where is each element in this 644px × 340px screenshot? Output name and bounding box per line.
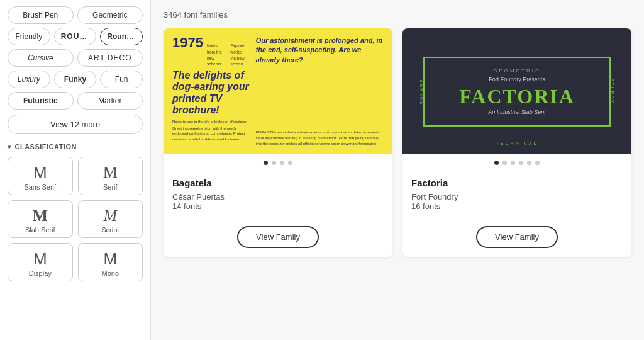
factoria-fonts: 16 fonts — [411, 201, 623, 211]
classif-sans-serif[interactable]: M Sans Serif — [8, 157, 73, 195]
bagatela-info: Bagatela César Puertas 14 fonts — [164, 171, 392, 220]
bagatela-quote: Our astonishment is prolonged and, in th… — [256, 36, 384, 65]
factoria-preview: SQUARE GEOMETRIC Fort Foundry Presents F… — [402, 28, 631, 154]
font-cards-container: 1975 Notes from the new schema Explore w… — [164, 28, 631, 257]
bagatela-explore2: via new screen — [231, 55, 251, 68]
serif-label: Serif — [103, 183, 118, 191]
sidebar: Brush Pen Geometric Friendly ROUGH Round… — [0, 0, 151, 340]
bagatela-small1-label: News to use in the old cubicles of offic… — [172, 119, 251, 124]
factoria-subtitle: An Industrial Slab Serif — [437, 109, 597, 115]
dot-3 — [280, 161, 284, 165]
factoria-dot-6 — [535, 161, 540, 165]
factoria-preview-content: SQUARE GEOMETRIC Fort Foundry Presents F… — [402, 28, 631, 154]
factoria-footer: View Family — [402, 220, 631, 257]
factoria-bottom: TECHNICAL — [496, 141, 538, 145]
result-count: 3464 font families — [164, 10, 631, 20]
classification-grid: M Sans Serif M Serif M Slab Serif M Scri… — [8, 157, 143, 281]
dot-4 — [288, 161, 292, 165]
view-more-button[interactable]: View 12 more — [8, 115, 143, 134]
tag-marker[interactable]: Marker — [77, 92, 143, 110]
mono-label: Mono — [101, 269, 119, 277]
factoria-view-family-button[interactable]: View Family — [476, 226, 558, 248]
bagatela-body: ENGAGING with infinite advancements to s… — [256, 130, 384, 147]
factoria-dot-2 — [502, 161, 507, 165]
font-card-factoria: SQUARE GEOMETRIC Fort Foundry Presents F… — [402, 28, 631, 257]
tag-rough[interactable]: ROUGH — [54, 28, 97, 45]
tag-friendly[interactable]: Friendly — [8, 28, 50, 45]
classification-header: ▾ CLASSIFICATION — [8, 143, 143, 150]
bagatela-footer: View Family — [164, 220, 392, 257]
factoria-dot-4 — [519, 161, 523, 165]
mono-letter: M — [103, 250, 117, 268]
bagatela-dots — [164, 154, 392, 171]
bagatela-small1: News to use in the old cubicles of offic… — [172, 119, 251, 142]
bagatela-fonts: 14 fonts — [172, 201, 384, 211]
script-letter: M — [103, 207, 117, 225]
script-label: Script — [101, 226, 119, 234]
factoria-dot-3 — [511, 161, 515, 165]
tag-fun[interactable]: Fun — [100, 71, 143, 88]
factoria-dot-1 — [494, 161, 499, 165]
classif-display[interactable]: M Display — [8, 243, 73, 281]
tag-brush-pen[interactable]: Brush Pen — [8, 6, 74, 24]
tag-row-2: Friendly ROUGH Rounded — [8, 28, 143, 45]
bagatela-small2: Greet incomprehension with the newly end… — [172, 126, 251, 142]
bagatela-explore1: Explore worlds — [231, 43, 251, 55]
factoria-side-right: STURDY — [610, 79, 614, 105]
factoria-title: Factoria — [411, 178, 623, 188]
slab-serif-letter: M — [32, 207, 48, 225]
factoria-inner-box: GEOMETRIC Fort Foundry Presents FACTORIA… — [423, 57, 611, 127]
tag-row-3: Cursive ART DECO — [8, 49, 143, 67]
display-letter: M — [33, 250, 47, 268]
factoria-info: Factoria Fort Foundry 16 fonts — [402, 171, 631, 220]
bagatela-year: 1975 — [172, 36, 203, 50]
classif-script[interactable]: M Script — [78, 200, 143, 239]
font-card-bagatela: 1975 Notes from the new schema Explore w… — [164, 28, 392, 257]
tag-row-5: Futuristic Marker — [8, 92, 143, 110]
serif-letter: M — [103, 164, 118, 182]
classif-mono[interactable]: M Mono — [78, 243, 143, 281]
classification-label: CLASSIFICATION — [15, 143, 77, 150]
bagatela-headline: The delights of dog-earing your printed … — [172, 70, 251, 116]
tag-cursive[interactable]: Cursive — [8, 49, 74, 67]
sans-serif-label: Sans Serif — [24, 183, 56, 191]
bagatela-title: Bagatela — [172, 178, 384, 188]
factoria-name: FACTORIA — [437, 86, 597, 106]
factoria-author: Fort Foundry — [411, 192, 623, 201]
dot-1 — [264, 161, 268, 165]
slab-serif-label: Slab Serif — [25, 226, 55, 234]
bagatela-author: César Puertas — [172, 192, 384, 201]
bagatela-notes2: new schema — [207, 55, 227, 68]
bagatela-notes1: Notes from the — [207, 43, 227, 55]
tag-row-4: Luxury Funky Fun — [8, 71, 143, 88]
factoria-dots — [402, 154, 631, 171]
classif-slab-serif[interactable]: M Slab Serif — [8, 200, 73, 239]
tag-art-deco[interactable]: ART DECO — [77, 49, 143, 67]
sans-serif-letter: M — [33, 164, 47, 182]
factoria-geometric: GEOMETRIC — [437, 68, 597, 74]
factoria-side-left: SQUARE — [419, 78, 424, 105]
tag-funky[interactable]: Funky — [54, 71, 97, 88]
bagatela-preview-content: 1975 Notes from the new schema Explore w… — [164, 28, 392, 154]
main-content: 3464 font families 1975 Notes from the n… — [151, 0, 644, 340]
bagatela-left-col: 1975 Notes from the new schema Explore w… — [172, 36, 251, 147]
tag-luxury[interactable]: Luxury — [8, 71, 50, 88]
tag-rounded[interactable]: Rounded — [100, 28, 143, 45]
dot-2 — [272, 161, 276, 165]
chevron-down-icon: ▾ — [8, 144, 11, 150]
bagatela-preview: 1975 Notes from the new schema Explore w… — [164, 28, 392, 154]
classif-serif[interactable]: M Serif — [78, 157, 143, 195]
display-label: Display — [29, 269, 52, 277]
factoria-dot-5 — [527, 161, 531, 165]
bagatela-right-col: Our astonishment is prolonged and, in th… — [256, 36, 384, 147]
factoria-presents: Fort Foundry Presents — [437, 76, 597, 82]
tag-geometric[interactable]: Geometric — [77, 6, 143, 24]
bagatela-view-family-button[interactable]: View Family — [237, 226, 319, 248]
tag-row-1: Brush Pen Geometric — [8, 6, 143, 24]
tag-futuristic[interactable]: Futuristic — [8, 92, 74, 110]
